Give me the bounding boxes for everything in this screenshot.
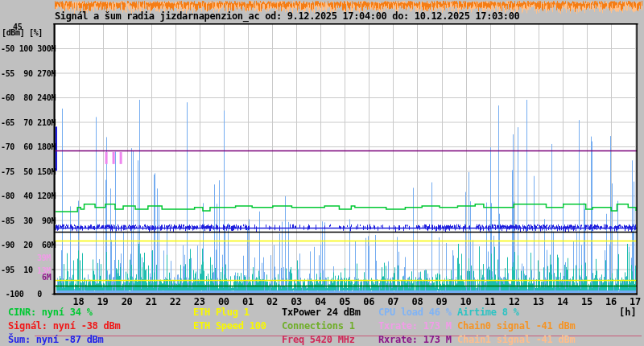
legend-item-txpower: TxPower 24 dBm [282, 306, 361, 319]
x-axis-hour-label: 16 [605, 296, 617, 307]
y-axis-row: -75 50 150M [1, 167, 56, 176]
x-axis-hour-label: 06 [363, 296, 374, 307]
y-axis-row: -65 70 210M [1, 118, 56, 127]
legend-item-connections: Connections 1 [282, 319, 355, 333]
legend-item-eth-plug: ETH Plug 1 [193, 306, 250, 319]
x-axis-hour-label: 13 [533, 296, 544, 307]
legend-item-cinr: CINR: nyní 34 % [8, 306, 93, 319]
legend-item-chain0-signal: Chain0 signal -41 dBm [457, 319, 575, 333]
x-axis-hour-label: 17 [630, 296, 641, 307]
legend-item-cpu-load: CPU load 46 % [378, 306, 452, 319]
y-axis-row: -50 100 300M [1, 44, 56, 53]
x-axis-hour-label: 02 [266, 296, 278, 307]
y-axis-row: -70 60 180M [1, 142, 56, 151]
x-axis-hour-label: 20 [122, 296, 133, 307]
legend-item-freq: Freq 5420 MHz [282, 333, 355, 346]
chart-title: Signál a šum radia jizdarnapenzion_ac od… [55, 10, 519, 22]
y-axis-row: -95 10 [1, 266, 33, 274]
y-axis-row: -90 20 60M [1, 241, 56, 249]
legend-item-signal: Signál: nyní -38 dBm [8, 319, 121, 333]
y-axis-unit-label: [dBm] [%] [2, 28, 43, 37]
y-axis-row: -55 90 270M [1, 69, 56, 78]
x-axis-hour-label: 19 [97, 296, 109, 307]
legend-item-txrate: Txrate: 173 M [378, 319, 452, 333]
x-axis-hour-label: 15 [581, 296, 592, 307]
signal-noise-chart-canvas [0, 0, 644, 346]
legend-item-chain1-signal: Chain1 signal -41 dBm [457, 333, 575, 346]
y-axis-threshold-label: 39M [37, 253, 51, 262]
legend-item-airtime: Airtime 8 % [457, 306, 519, 319]
x-axis-hour-label: 21 [146, 296, 157, 307]
x-axis-hour-label: 14 [557, 296, 568, 307]
y-axis-row: -60 80 240M [1, 93, 56, 102]
y-axis-threshold-label: 6M [42, 273, 51, 282]
x-axis-unit-label: [h] [619, 307, 637, 318]
legend-item-rxrate: Rxrate: 173 M [378, 333, 452, 346]
radio-signal-monitor-page: Signál a šum radia jizdarnapenzion_ac od… [0, 0, 644, 346]
legend-item-sum: Šum: nyní -87 dBm [8, 333, 104, 346]
y-axis-row: -100 0 [1, 290, 42, 299]
y-axis-row: -85 30 90M [1, 216, 56, 225]
legend-item-eth-speed: ETH Speed 100 [193, 319, 266, 333]
y-axis-row: -80 40 120M [1, 192, 56, 200]
x-axis-hour-label: 22 [170, 296, 181, 307]
